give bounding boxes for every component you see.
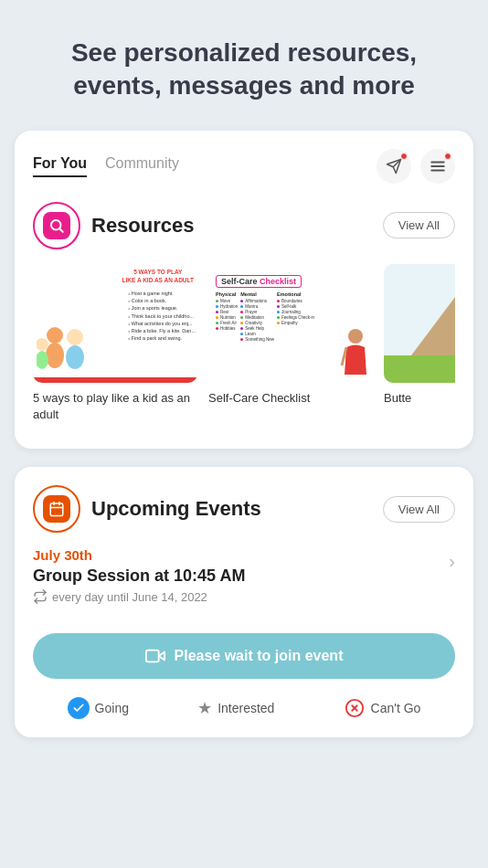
menu-button[interactable] <box>420 149 455 184</box>
rsvp-cant-go[interactable]: Can't Go <box>344 697 421 719</box>
card1-title-text: 5 WAYS TO PLAYLIKE A KID AS AN ADULT <box>122 268 194 284</box>
events-view-all-button[interactable]: View All <box>383 496 455 523</box>
resources-view-all-button[interactable]: View All <box>383 212 455 238</box>
tab-icons <box>377 149 455 184</box>
card2-background: Self-Care Checklist Physical Move Hydrat… <box>208 264 373 383</box>
recurrence-text: every day until June 14, 2022 <box>52 590 207 604</box>
going-icon <box>68 697 90 719</box>
card1-red-bar <box>33 377 197 383</box>
cantgo-label: Can't Go <box>371 701 421 715</box>
resource-card-play-image: 5 WAYS TO PLAYLIKE A KID AS AN ADULT › H… <box>33 264 197 383</box>
events-icon-circle <box>33 485 80 533</box>
card2-title-text: Self-Care Checklist <box>216 275 302 288</box>
events-title: Upcoming Events <box>91 497 383 521</box>
rsvp-row: Going ★ Interested Can't Go <box>33 693 455 719</box>
resource-card-butte-label: Butte <box>384 390 455 407</box>
event-date: July 30th <box>33 547 449 563</box>
main-card: For You Community <box>15 131 473 449</box>
rsvp-interested[interactable]: ★ Interested <box>197 698 274 718</box>
resource-card-butte[interactable]: Butte <box>384 264 455 423</box>
event-title: Group Session at 10:45 AM <box>33 566 449 586</box>
join-event-label: Please wait to join event <box>175 648 344 664</box>
join-button-wrapper: Please wait to join event <box>33 633 455 679</box>
events-card: Upcoming Events View All July 30th Group… <box>15 467 473 737</box>
svg-point-7 <box>46 343 64 368</box>
events-icon-inner <box>43 495 70 523</box>
send-icon <box>386 158 402 175</box>
svg-point-13 <box>348 329 363 344</box>
star-icon: ★ <box>197 698 212 718</box>
svg-point-12 <box>37 338 48 351</box>
svg-rect-22 <box>145 651 158 662</box>
card1-background: 5 WAYS TO PLAYLIKE A KID AS AN ADULT › H… <box>33 264 197 383</box>
recurrence-icon <box>33 589 48 604</box>
resource-card-play-label: 5 ways to play like a kid as an adult <box>33 390 197 423</box>
going-label: Going <box>95 701 129 715</box>
event-recurrence: every day until June 14, 2022 <box>33 589 449 604</box>
svg-rect-18 <box>50 503 63 516</box>
menu-icon <box>430 158 446 175</box>
join-event-button[interactable]: Please wait to join event <box>33 633 455 679</box>
tab-community[interactable]: Community <box>105 155 179 177</box>
svg-point-8 <box>47 327 63 344</box>
resource-cards-list: 5 WAYS TO PLAYLIKE A KID AS AN ADULT › H… <box>33 264 455 430</box>
event-details: July 30th Group Session at 10:45 AM ever… <box>33 547 449 619</box>
search-icon <box>48 217 65 234</box>
header: See personalized resources, events, mess… <box>0 0 488 131</box>
tabs-row: For You Community <box>33 149 455 184</box>
svg-point-10 <box>67 329 83 345</box>
cantgo-icon <box>344 697 366 719</box>
svg-line-6 <box>59 228 62 231</box>
resources-icon-circle <box>33 202 80 249</box>
butte-illustration <box>384 264 455 383</box>
resources-icon-inner <box>43 212 70 239</box>
card1-list: › Host a game night. › Color in a book. … <box>128 290 196 343</box>
svg-point-9 <box>66 345 84 369</box>
tabs-left: For You Community <box>33 155 377 177</box>
camera-icon <box>145 646 165 666</box>
resource-card-butte-image <box>384 264 455 383</box>
resources-section-header: Resources View All <box>33 202 455 249</box>
checkmark-icon <box>72 702 85 715</box>
card1-people-illustration <box>37 310 96 374</box>
event-chevron-right[interactable]: › <box>449 551 455 572</box>
send-notification-dot <box>400 153 408 160</box>
resource-card-selfcare-image: Self-Care Checklist Physical Move Hydrat… <box>208 264 373 383</box>
events-section-header: Upcoming Events View All <box>33 485 455 533</box>
resource-card-play[interactable]: 5 WAYS TO PLAYLIKE A KID AS AN ADULT › H… <box>33 264 197 423</box>
card2-person-illustration <box>337 329 369 379</box>
interested-label: Interested <box>217 701 274 715</box>
tab-for-you[interactable]: For You <box>33 155 87 177</box>
resource-card-selfcare-label: Self-Care Checklist <box>208 390 373 407</box>
send-button[interactable] <box>377 149 411 184</box>
svg-rect-17 <box>384 355 455 383</box>
rsvp-going[interactable]: Going <box>68 697 129 719</box>
event-row: July 30th Group Session at 10:45 AM ever… <box>33 547 455 619</box>
resources-title: Resources <box>91 214 383 238</box>
resource-card-selfcare[interactable]: Self-Care Checklist Physical Move Hydrat… <box>208 264 373 423</box>
header-title: See personalized resources, events, mess… <box>27 37 461 103</box>
x-circle-icon <box>345 698 365 718</box>
calendar-icon <box>48 501 65 517</box>
menu-notification-dot <box>444 153 451 160</box>
